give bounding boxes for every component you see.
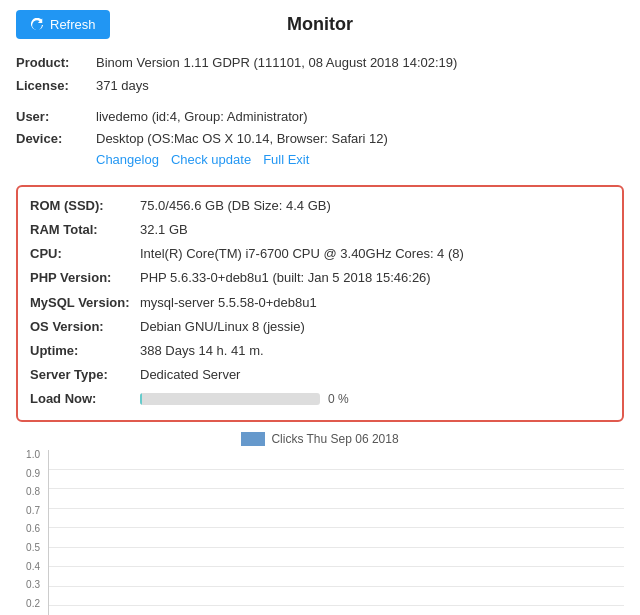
chart-grid-line bbox=[49, 508, 624, 509]
server-type-row: Server Type: Dedicated Server bbox=[30, 364, 610, 386]
chart-grid-line bbox=[49, 469, 624, 470]
full-exit-link[interactable]: Full Exit bbox=[263, 152, 309, 167]
chart-area bbox=[48, 450, 624, 615]
user-value: livedemo (id:4, Group: Administrator) bbox=[96, 107, 308, 128]
uptime-label: Uptime: bbox=[30, 340, 140, 362]
check-update-link[interactable]: Check update bbox=[171, 152, 251, 167]
cpu-value: Intel(R) Core(TM) i7-6700 CPU @ 3.40GHz … bbox=[140, 243, 464, 265]
mysql-row: MySQL Version: mysql-server 5.5.58-0+deb… bbox=[30, 292, 610, 314]
chart-legend: Clicks Thu Sep 06 2018 bbox=[16, 432, 624, 446]
ram-row: RAM Total: 32.1 GB bbox=[30, 219, 610, 241]
product-row: Product: Binom Version 1.11 GDPR (111101… bbox=[16, 53, 624, 74]
chart-y-label: 0.7 bbox=[16, 506, 44, 516]
chart-y-label: 1.0 bbox=[16, 450, 44, 460]
load-progress: 0 % bbox=[140, 388, 610, 410]
chart-grid-line bbox=[49, 488, 624, 489]
load-row: Load Now: 0 % bbox=[30, 388, 610, 410]
chart-y-label: 0.2 bbox=[16, 599, 44, 609]
page-header: Refresh Monitor bbox=[0, 0, 640, 49]
changelog-link[interactable]: Changelog bbox=[96, 152, 159, 167]
device-label: Device: bbox=[16, 129, 96, 150]
refresh-label: Refresh bbox=[50, 17, 96, 32]
chart-y-label: 0.9 bbox=[16, 469, 44, 479]
server-type-value: Dedicated Server bbox=[140, 364, 240, 386]
product-label: Product: bbox=[16, 53, 96, 74]
ram-label: RAM Total: bbox=[30, 219, 140, 241]
chart-section: Clicks Thu Sep 06 2018 00.10.20.30.40.50… bbox=[16, 432, 624, 615]
device-row: Device: Desktop (OS:Mac OS X 10.14, Brow… bbox=[16, 129, 624, 150]
chart-wrapper: 00.10.20.30.40.50.60.70.80.91.0 :41:41:4… bbox=[16, 450, 624, 615]
legend-color-box bbox=[241, 432, 265, 446]
load-label: Load Now: bbox=[30, 388, 140, 410]
chart-y-labels: 00.10.20.30.40.50.60.70.80.91.0 bbox=[16, 450, 44, 615]
product-info-section: Product: Binom Version 1.11 GDPR (111101… bbox=[0, 49, 640, 175]
ram-value: 32.1 GB bbox=[140, 219, 188, 241]
device-value: Desktop (OS:Mac OS X 10.14, Browser: Saf… bbox=[96, 129, 388, 150]
chart-grid-line bbox=[49, 605, 624, 606]
chart-y-label: 0.6 bbox=[16, 524, 44, 534]
uptime-value: 388 Days 14 h. 41 m. bbox=[140, 340, 264, 362]
progress-bar-bg bbox=[140, 393, 320, 405]
mysql-value: mysql-server 5.5.58-0+deb8u1 bbox=[140, 292, 317, 314]
chart-grid-line bbox=[49, 566, 624, 567]
license-label: License: bbox=[16, 76, 96, 97]
links-row: Changelog Check update Full Exit bbox=[96, 152, 624, 167]
uptime-row: Uptime: 388 Days 14 h. 41 m. bbox=[30, 340, 610, 362]
os-label: OS Version: bbox=[30, 316, 140, 338]
rom-value: 75.0/456.6 GB (DB Size: 4.4 GB) bbox=[140, 195, 331, 217]
chart-y-label: 0.8 bbox=[16, 487, 44, 497]
os-value: Debian GNU/Linux 8 (jessie) bbox=[140, 316, 305, 338]
license-value: 371 days bbox=[96, 76, 149, 97]
chart-y-label: 0.3 bbox=[16, 580, 44, 590]
product-value: Binom Version 1.11 GDPR (111101, 08 Augu… bbox=[96, 53, 457, 74]
chart-grid-line bbox=[49, 547, 624, 548]
php-label: PHP Version: bbox=[30, 267, 140, 289]
server-type-label: Server Type: bbox=[30, 364, 140, 386]
chart-y-label: 0.5 bbox=[16, 543, 44, 553]
load-value: 0 % bbox=[328, 389, 349, 409]
user-row: User: livedemo (id:4, Group: Administrat… bbox=[16, 107, 624, 128]
rom-row: ROM (SSD): 75.0/456.6 GB (DB Size: 4.4 G… bbox=[30, 195, 610, 217]
php-row: PHP Version: PHP 5.6.33-0+deb8u1 (built:… bbox=[30, 267, 610, 289]
chart-grid-line bbox=[49, 527, 624, 528]
progress-bar-fill bbox=[140, 393, 142, 405]
refresh-button[interactable]: Refresh bbox=[16, 10, 110, 39]
cpu-row: CPU: Intel(R) Core(TM) i7-6700 CPU @ 3.4… bbox=[30, 243, 610, 265]
refresh-icon bbox=[30, 18, 44, 32]
cpu-label: CPU: bbox=[30, 243, 140, 265]
license-row: License: 371 days bbox=[16, 76, 624, 97]
user-label: User: bbox=[16, 107, 96, 128]
chart-y-label: 0.4 bbox=[16, 562, 44, 572]
php-value: PHP 5.6.33-0+deb8u1 (built: Jan 5 2018 1… bbox=[140, 267, 431, 289]
rom-label: ROM (SSD): bbox=[30, 195, 140, 217]
chart-grid-line bbox=[49, 586, 624, 587]
os-row: OS Version: Debian GNU/Linux 8 (jessie) bbox=[30, 316, 610, 338]
server-info-box: ROM (SSD): 75.0/456.6 GB (DB Size: 4.4 G… bbox=[16, 185, 624, 422]
legend-label: Clicks Thu Sep 06 2018 bbox=[271, 432, 398, 446]
page-title: Monitor bbox=[287, 14, 353, 35]
mysql-label: MySQL Version: bbox=[30, 292, 140, 314]
